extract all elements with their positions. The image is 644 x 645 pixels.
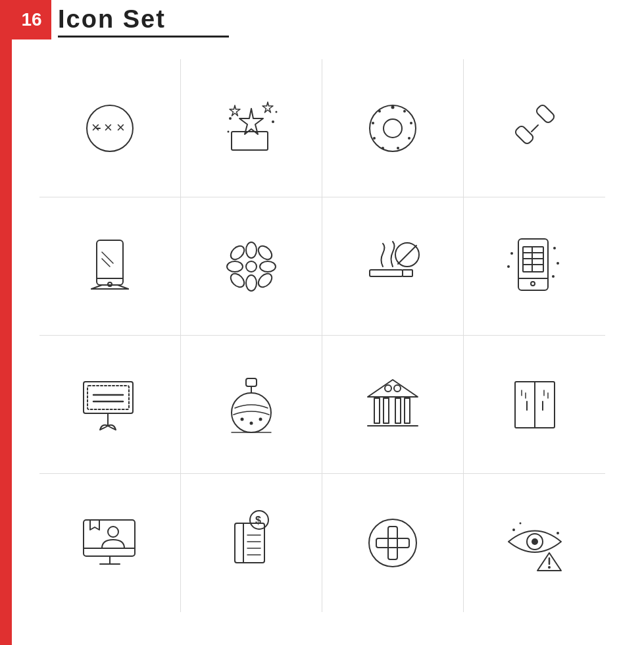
icon-cell-smartphone xyxy=(39,197,181,336)
finance-book-icon: $ xyxy=(218,510,284,576)
svg-point-13 xyxy=(391,105,395,109)
svg-point-14 xyxy=(403,110,406,113)
svg-point-11 xyxy=(370,105,416,151)
svg-point-68 xyxy=(259,417,262,421)
icon-cell-monitor-profile xyxy=(39,474,181,612)
svg-rect-43 xyxy=(403,270,412,276)
svg-line-29 xyxy=(102,259,110,267)
svg-point-48 xyxy=(531,282,535,286)
svg-point-10 xyxy=(228,130,230,132)
title-underline xyxy=(58,36,229,38)
svg-point-40 xyxy=(256,271,274,289)
icon-cell-chain xyxy=(464,59,605,197)
svg-rect-59 xyxy=(84,382,133,413)
error-circle-icon: × × × xyxy=(77,95,143,161)
no-smoking-icon xyxy=(360,234,426,299)
shower-door-icon xyxy=(502,372,568,438)
svg-point-39 xyxy=(228,271,247,289)
svg-point-37 xyxy=(228,243,247,261)
svg-point-18 xyxy=(382,147,384,149)
red-accent-bar xyxy=(0,0,12,645)
svg-rect-72 xyxy=(374,398,380,423)
donut-icon xyxy=(360,95,426,161)
svg-point-79 xyxy=(394,385,401,392)
svg-rect-23 xyxy=(514,124,534,145)
svg-text:×  ×  ×: × × × xyxy=(91,119,125,136)
svg-line-24 xyxy=(532,125,538,132)
mobile-spreadsheet-icon xyxy=(502,234,568,299)
svg-point-110 xyxy=(519,523,521,525)
svg-rect-73 xyxy=(384,398,389,423)
svg-point-19 xyxy=(373,137,376,140)
svg-rect-42 xyxy=(370,270,403,276)
stars-celebration-icon xyxy=(218,95,284,161)
svg-point-92 xyxy=(108,527,118,537)
icon-cell-museum xyxy=(322,336,464,474)
icon-cell-no-smoking xyxy=(322,197,464,336)
svg-text:$: $ xyxy=(255,515,261,526)
christmas-ball-icon xyxy=(218,372,284,438)
svg-rect-102 xyxy=(388,527,397,559)
chain-link-icon xyxy=(502,95,568,161)
svg-rect-22 xyxy=(535,103,555,124)
icon-cell-thank-you xyxy=(39,336,181,474)
icon-cell-donut xyxy=(322,59,464,197)
icon-cell-stars xyxy=(181,59,322,197)
svg-rect-60 xyxy=(87,386,129,409)
icon-cell-eye-warning xyxy=(464,474,605,612)
svg-line-45 xyxy=(398,245,416,264)
eye-warning-icon xyxy=(502,510,568,576)
svg-point-109 xyxy=(512,529,515,531)
svg-point-16 xyxy=(408,137,410,140)
svg-point-8 xyxy=(272,120,274,123)
svg-rect-64 xyxy=(246,378,257,386)
icon-grid: × × × xyxy=(39,59,605,612)
svg-point-58 xyxy=(552,275,555,278)
svg-point-108 xyxy=(548,566,551,569)
medical-badge-icon xyxy=(360,510,426,576)
svg-marker-6 xyxy=(262,102,273,113)
svg-line-28 xyxy=(102,252,113,263)
snowflake-ornament-icon xyxy=(218,234,284,299)
svg-point-57 xyxy=(557,262,559,265)
page-title: Icon Set xyxy=(58,5,166,34)
svg-marker-76 xyxy=(368,380,418,397)
svg-rect-103 xyxy=(376,538,409,548)
svg-point-56 xyxy=(553,247,556,249)
svg-point-78 xyxy=(385,385,391,392)
icon-cell-error-circle: × × × xyxy=(39,59,181,197)
smartphone-icon xyxy=(77,234,143,299)
thank-you-sign-icon xyxy=(77,372,143,438)
svg-point-111 xyxy=(557,532,559,534)
svg-point-67 xyxy=(250,421,253,425)
icon-cell-medical-badge xyxy=(322,474,464,612)
svg-point-34 xyxy=(246,275,257,291)
svg-point-33 xyxy=(246,242,257,258)
svg-point-54 xyxy=(510,252,513,255)
svg-point-15 xyxy=(410,122,412,124)
icon-cell-mobile-spreadsheet xyxy=(464,197,605,336)
svg-point-20 xyxy=(372,122,374,124)
svg-point-35 xyxy=(227,261,243,272)
svg-rect-75 xyxy=(405,398,410,423)
svg-marker-5 xyxy=(230,105,240,116)
svg-point-41 xyxy=(246,261,257,272)
svg-point-38 xyxy=(256,243,274,261)
svg-point-55 xyxy=(507,265,510,268)
svg-point-65 xyxy=(232,393,271,432)
svg-marker-4 xyxy=(239,109,263,134)
svg-point-36 xyxy=(260,261,276,272)
svg-point-21 xyxy=(378,110,381,113)
page-number: 16 xyxy=(12,0,51,39)
icon-cell-snowflake xyxy=(181,197,322,336)
svg-point-7 xyxy=(229,117,232,120)
svg-rect-3 xyxy=(232,132,268,150)
svg-point-17 xyxy=(397,147,399,149)
svg-point-12 xyxy=(384,119,402,138)
svg-point-9 xyxy=(276,111,278,113)
icon-cell-christmas-ball xyxy=(181,336,322,474)
icon-cell-shower xyxy=(464,336,605,474)
svg-rect-74 xyxy=(395,398,401,423)
svg-rect-88 xyxy=(84,520,135,556)
icon-cell-finance-book: $ xyxy=(181,474,322,612)
